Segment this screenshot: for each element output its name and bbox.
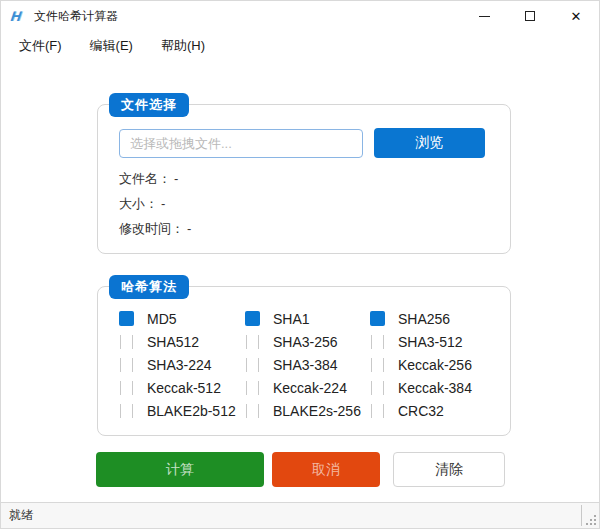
window-controls: ✕ (461, 1, 599, 31)
close-button[interactable]: ✕ (553, 1, 599, 31)
algorithm-option[interactable]: SHA256 (370, 311, 499, 327)
checkbox-icon[interactable] (246, 358, 259, 372)
checkbox-icon[interactable] (120, 381, 133, 395)
file-info-value: - (161, 196, 165, 211)
file-info-value: - (174, 171, 178, 186)
checkbox-icon[interactable] (246, 381, 259, 395)
algorithm-option[interactable]: SHA1 (245, 311, 370, 327)
menu-item[interactable]: 编辑(E) (76, 33, 147, 59)
checkbox-icon[interactable] (371, 404, 384, 418)
checkbox-icon[interactable] (371, 358, 384, 372)
checkbox-icon[interactable] (120, 335, 133, 349)
file-info-row: 大小：- (119, 191, 191, 216)
menu-item-label: 帮助(H) (161, 38, 205, 53)
algorithm-option[interactable]: SHA3-256 (245, 334, 370, 350)
algorithm-option[interactable]: Keccak-512 (119, 380, 245, 396)
algorithm-label: Keccak-512 (147, 380, 221, 396)
algorithm-label: SHA3-512 (398, 334, 463, 350)
maximize-button[interactable] (507, 1, 553, 31)
resize-grip-icon[interactable] (586, 515, 596, 525)
algorithm-label: SHA256 (398, 311, 450, 327)
algorithm-label: MD5 (147, 311, 177, 327)
checkbox-icon[interactable] (245, 311, 260, 326)
file-path-input[interactable] (119, 129, 363, 158)
algorithm-label: CRC32 (398, 403, 444, 419)
file-info-label: 大小： (119, 196, 158, 211)
title-bar[interactable]: H 文件哈希计算器 ✕ (1, 1, 599, 31)
algorithm-option[interactable]: SHA3-384 (245, 357, 370, 373)
algorithm-label: BLAKE2b-512 (147, 403, 236, 419)
checkbox-icon[interactable] (120, 404, 133, 418)
algorithm-label: BLAKE2s-256 (273, 403, 361, 419)
algorithm-option[interactable]: MD5 (119, 311, 245, 327)
checkbox-icon[interactable] (120, 358, 133, 372)
app-window: H 文件哈希计算器 ✕ 文件(F)编辑(E)帮助(H) 文件选择 浏览 文件名：… (0, 0, 600, 529)
algorithm-label: SHA3-384 (273, 357, 338, 373)
checkbox-icon[interactable] (370, 311, 385, 326)
algorithm-option[interactable]: BLAKE2b-512 (119, 403, 245, 419)
cancel-button[interactable]: 取消 (272, 452, 380, 487)
file-info-value: - (187, 221, 191, 236)
algorithm-label: Keccak-224 (273, 380, 347, 396)
minimize-button[interactable] (461, 1, 507, 31)
algorithm-label: SHA3-224 (147, 357, 212, 373)
menu-item-label: 编辑(E) (90, 38, 133, 53)
file-info-row: 文件名：- (119, 166, 191, 191)
algorithm-option[interactable]: SHA3-512 (370, 334, 499, 350)
file-selection-group-title: 文件选择 (109, 93, 189, 117)
hash-algorithms-group: 哈希算法 MD5 SHA1 SHA256 SHA512 SHA3-256 (97, 286, 511, 436)
window-title: 文件哈希计算器 (34, 1, 118, 31)
menu-item-label: 文件(F) (19, 38, 62, 53)
algorithm-option[interactable]: Keccak-224 (245, 380, 370, 396)
algorithm-label: SHA512 (147, 334, 199, 350)
checkbox-icon[interactable] (371, 381, 384, 395)
app-icon: H (10, 8, 28, 24)
calculate-button[interactable]: 计算 (96, 452, 264, 487)
algorithm-label: SHA1 (273, 311, 310, 327)
maximize-icon (525, 11, 535, 21)
file-info-label: 修改时间： (119, 221, 184, 236)
clear-button[interactable]: 清除 (393, 452, 505, 487)
checkbox-icon[interactable] (246, 335, 259, 349)
file-info: 文件名：- 大小：- 修改时间：- (119, 166, 191, 241)
algorithm-option[interactable]: Keccak-256 (370, 357, 499, 373)
menu-item[interactable]: 帮助(H) (147, 33, 219, 59)
algorithm-option[interactable]: Keccak-384 (370, 380, 499, 396)
algorithm-label: SHA3-256 (273, 334, 338, 350)
file-info-label: 文件名： (119, 171, 171, 186)
algorithm-option[interactable]: SHA3-224 (119, 357, 245, 373)
checkbox-icon[interactable] (119, 311, 134, 326)
menu-item[interactable]: 文件(F) (5, 33, 76, 59)
algorithm-label: Keccak-384 (398, 380, 472, 396)
close-icon: ✕ (571, 10, 582, 23)
minimize-icon (479, 16, 490, 17)
algorithm-option[interactable]: BLAKE2s-256 (245, 403, 370, 419)
checkbox-icon[interactable] (371, 335, 384, 349)
menu-bar: 文件(F)编辑(E)帮助(H) (1, 31, 599, 61)
status-separator (581, 505, 582, 526)
status-bar: 就绪 (1, 502, 599, 528)
browse-button[interactable]: 浏览 (374, 128, 485, 158)
file-info-row: 修改时间：- (119, 216, 191, 241)
algorithm-option[interactable]: CRC32 (370, 403, 499, 419)
algorithm-label: Keccak-256 (398, 357, 472, 373)
checkbox-icon[interactable] (246, 404, 259, 418)
algorithm-option[interactable]: SHA512 (119, 334, 245, 350)
hash-algorithms-group-title: 哈希算法 (109, 275, 189, 299)
file-selection-group: 文件选择 浏览 文件名：- 大小：- 修改时间：- (97, 104, 511, 254)
status-text: 就绪 (9, 503, 33, 528)
algorithm-grid: MD5 SHA1 SHA256 SHA512 SHA3-256 SHA3-512 (119, 307, 499, 422)
